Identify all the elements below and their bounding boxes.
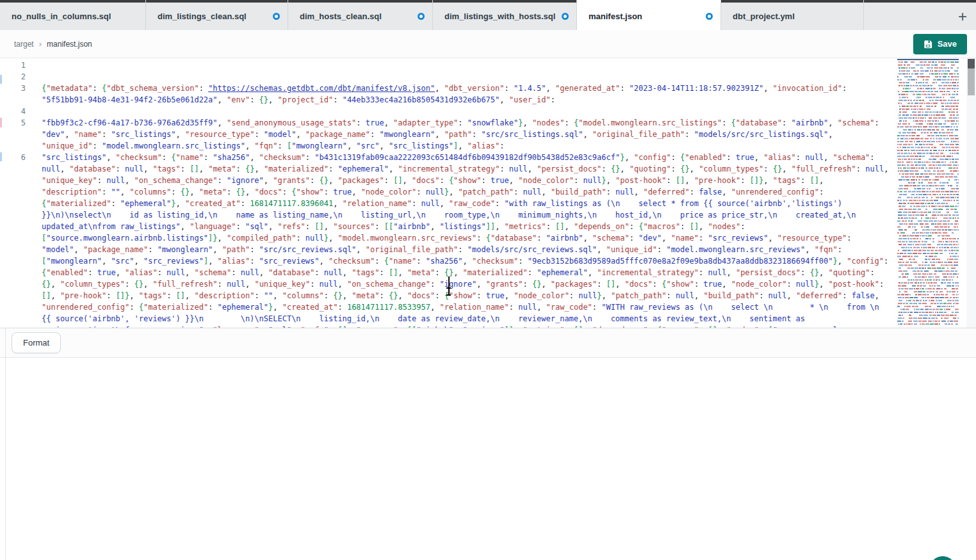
unsaved-changes-dot[interactable] (273, 13, 280, 20)
breadcrumb-file: manifest.json (47, 40, 92, 49)
tab-bar: no_nulls_in_columns.sql dim_listings_cle… (0, 0, 976, 30)
code-line: 3 {"metadata": {"dbt_schema_version": "h… (0, 83, 976, 106)
unsaved-changes-dot[interactable] (418, 13, 425, 20)
tab-label: no_nulls_in_columns.sql (12, 12, 111, 21)
code-line: 5 "fbb9f3c2-cf96-4a17-b736-976a62d35ff9"… (0, 117, 976, 152)
tab-dim-listings-with-hosts-sql[interactable]: dim_listings_with_hosts.sql (433, 0, 577, 30)
new-tab-button[interactable]: + (958, 10, 967, 23)
code-text[interactable]: "fbb9f3c2-cf96-4a17-b736-976a62d35ff9", … (42, 117, 893, 152)
tab-dbt-project-yml[interactable]: dbt_project.yml (721, 0, 864, 30)
tab-label: manifest.json (589, 12, 642, 21)
gutter-change-marker (0, 75, 2, 84)
text-caret (448, 276, 450, 287)
file-header-bar: target › manifest.json Save (0, 30, 976, 58)
format-button[interactable]: Format (12, 332, 61, 353)
gutter-change-marker (0, 118, 2, 127)
code-line: 1 (0, 60, 976, 71)
line-number: 3 (0, 83, 26, 106)
minimap[interactable] (897, 59, 963, 326)
tab-bar-filler: + (864, 0, 976, 30)
code-line: 6 "src_listings", "checksum": {"name": "… (0, 152, 976, 328)
unsaved-changes-dot[interactable] (562, 13, 569, 20)
code-text[interactable] (42, 60, 893, 71)
minimap-canvas[interactable] (897, 59, 963, 326)
editor-footer-toolbar: Format (0, 328, 976, 358)
scrollbar-thumb-secondary[interactable] (968, 68, 975, 95)
code-line: 2 (0, 71, 976, 83)
tab-label: dbt_project.yml (733, 12, 795, 21)
breadcrumb: target › manifest.json (14, 39, 92, 49)
line-number: 4 (0, 106, 26, 117)
scrollbar-thumb[interactable] (968, 59, 975, 68)
save-button-label: Save (938, 39, 957, 49)
tab-label: dim_hosts_clean.sql (300, 12, 382, 21)
line-number: 2 (0, 71, 26, 83)
code-line: 4 (0, 106, 976, 117)
panel-divider (5, 328, 6, 560)
code-text[interactable]: "src_listings", "checksum": {"name": "sh… (42, 152, 893, 328)
unsaved-changes-dot[interactable] (706, 13, 713, 20)
tab-manifest-json[interactable]: manifest.json (577, 0, 721, 30)
tab-no-nulls-in-columns-sql[interactable]: no_nulls_in_columns.sql (0, 0, 146, 30)
code-text[interactable] (42, 106, 893, 117)
breadcrumb-folder: target (14, 40, 34, 49)
tab-dim-hosts-clean-sql[interactable]: dim_hosts_clean.sql (288, 0, 433, 30)
line-number: 5 (0, 117, 26, 152)
output-panel (0, 358, 976, 560)
save-floppy-icon (923, 40, 932, 49)
line-number: 1 (0, 60, 26, 71)
mouse-ibeam-cursor (446, 287, 451, 296)
code-text[interactable]: {"metadata": {"dbt_schema_version": "htt… (42, 83, 893, 106)
scrollbar-vertical[interactable] (966, 58, 976, 328)
tab-label: dim_listings_with_hosts.sql (444, 12, 555, 21)
code-editor[interactable]: 1 2 3 {"metadata": {"dbt_schema_version"… (0, 58, 976, 328)
code-text[interactable] (42, 71, 893, 83)
tab-label: dim_listings_clean.sql (158, 12, 247, 21)
line-number: 6 (0, 152, 26, 328)
gutter-change-marker (0, 152, 2, 161)
chevron-right-icon: › (39, 39, 42, 49)
tab-dim-listings-clean-sql[interactable]: dim_listings_clean.sql (146, 0, 288, 30)
save-button[interactable]: Save (913, 34, 967, 54)
